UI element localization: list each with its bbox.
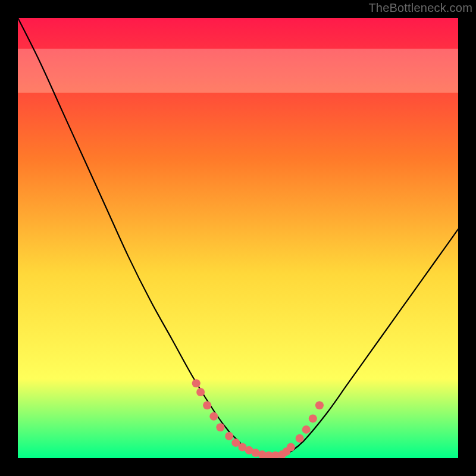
curve-marker (203, 401, 211, 409)
curve-marker (209, 412, 218, 421)
curve-marker (225, 432, 233, 440)
curve-marker (315, 401, 324, 409)
curve-marker (309, 414, 317, 422)
curve-marker (196, 388, 205, 396)
watermark-text: TheBottleneck.com (368, 1, 472, 15)
curve-marker (192, 379, 201, 387)
plot-area (18, 18, 458, 458)
highlight-band (18, 49, 458, 93)
curve-marker (287, 443, 295, 452)
curve-marker (296, 434, 304, 443)
curve-marker (302, 425, 311, 434)
curve-marker (216, 423, 224, 431)
chart-frame: TheBottleneck.com (0, 0, 476, 476)
chart-svg (18, 18, 458, 458)
